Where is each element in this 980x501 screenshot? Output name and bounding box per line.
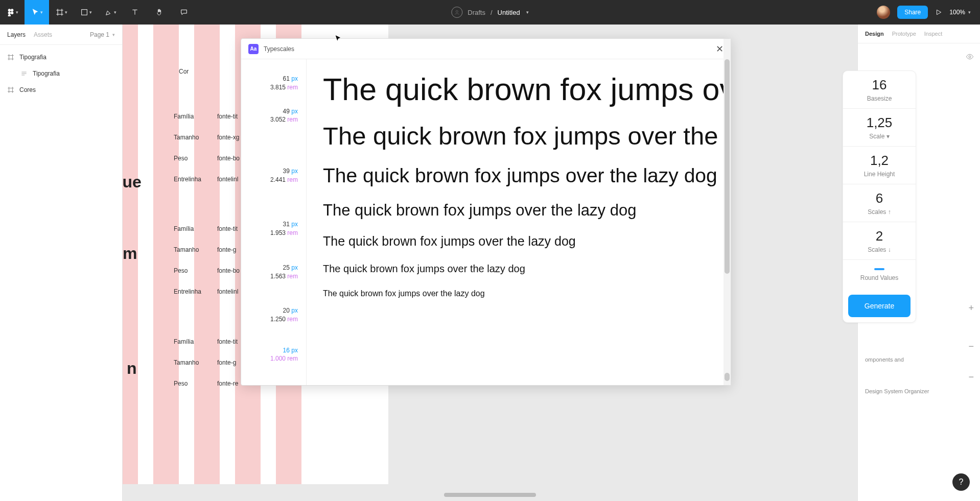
text-tool[interactable] bbox=[123, 0, 147, 25]
zoom-control[interactable]: 100% ▾ bbox=[949, 9, 971, 16]
svg-rect-5 bbox=[81, 10, 87, 15]
chevron-down-icon: ▾ bbox=[89, 10, 92, 15]
layer-frame-tipografia[interactable]: Tipografia bbox=[0, 49, 122, 65]
frame-icon bbox=[56, 8, 64, 16]
canvas-text: fonte-g bbox=[217, 359, 236, 366]
figma-menu[interactable]: ▾ bbox=[0, 0, 25, 25]
canvas-text: fonte-tit bbox=[217, 225, 238, 232]
plugin-header[interactable]: Aa Typescales ✕ bbox=[241, 39, 731, 59]
layers-panel: Layers Assets Page 1▾ Tipografia Tipogra… bbox=[0, 25, 123, 501]
setting-scales-down[interactable]: 2 Scales ↓ bbox=[843, 222, 916, 260]
add-section-icon[interactable]: + bbox=[968, 303, 974, 314]
generate-button[interactable]: Generate bbox=[848, 295, 911, 317]
toolbar-right: Share 100% ▾ bbox=[877, 6, 980, 19]
canvas-text: m bbox=[123, 244, 137, 263]
team-avatar-icon bbox=[451, 7, 462, 18]
sample-text: The quick brown fox jumps over the lazy … bbox=[323, 122, 714, 150]
frame-tool[interactable]: ▾ bbox=[49, 0, 74, 25]
left-panel-tabs: Layers Assets Page 1▾ bbox=[0, 25, 122, 45]
setting-scale[interactable]: 1,25 Scale ▾ bbox=[843, 109, 916, 147]
help-button[interactable]: ? bbox=[952, 473, 970, 491]
plugin-window: Aa Typescales ✕ 61 px3.815 rem49 px3.052… bbox=[241, 38, 731, 386]
cursor-icon bbox=[31, 8, 39, 16]
plugin-body: 61 px3.815 rem49 px3.052 rem39 px2.441 r… bbox=[241, 59, 731, 385]
sample-text: The quick brown fox jumps over the lazy … bbox=[323, 234, 714, 249]
scale-row[interactable]: 20 px1.250 rem bbox=[241, 306, 306, 324]
tab-inspect[interactable]: Inspect bbox=[924, 31, 942, 37]
shape-tool[interactable]: ▾ bbox=[74, 0, 98, 25]
plugin-logo-icon: Aa bbox=[248, 44, 259, 54]
scale-preview: The quick brown fox jumps over the lazy … bbox=[307, 59, 731, 385]
chevron-down-icon: ▾ bbox=[112, 32, 115, 37]
scrollbar-thumb[interactable] bbox=[725, 59, 730, 274]
plugin-title: Typescales bbox=[264, 45, 294, 53]
canvas-scrollbar[interactable] bbox=[444, 493, 536, 497]
canvas-text: Peso bbox=[174, 380, 188, 387]
figma-logo-icon bbox=[7, 8, 15, 16]
app-toolbar: ▾ ▾ ▾ ▾ ▾ Drafts / Untitled bbox=[0, 0, 980, 25]
setting-basesize[interactable]: 16 Basesize bbox=[843, 71, 916, 109]
setting-round-values[interactable]: Round Values bbox=[843, 260, 916, 290]
share-button[interactable]: Share bbox=[897, 6, 928, 19]
text-icon bbox=[131, 8, 139, 16]
canvas-text: n bbox=[127, 359, 137, 378]
scrollbar-thumb[interactable] bbox=[725, 373, 730, 381]
svg-point-4 bbox=[11, 12, 13, 14]
hand-icon bbox=[155, 8, 164, 16]
plugin-scrollbar[interactable] bbox=[724, 59, 731, 385]
canvas-text: Família bbox=[174, 338, 194, 345]
scale-row[interactable]: 39 px2.441 rem bbox=[241, 167, 306, 184]
svg-rect-9 bbox=[21, 75, 25, 75]
sample-text: The quick brown fox jumps over the lazy … bbox=[323, 289, 714, 298]
right-panel-tabs: Design Prototype Inspect bbox=[858, 25, 980, 43]
canvas-text: Tamanho bbox=[174, 359, 199, 366]
canvas-text: fontelinl bbox=[217, 176, 238, 183]
hand-tool[interactable] bbox=[147, 0, 172, 25]
move-tool[interactable]: ▾ bbox=[25, 0, 49, 25]
close-icon[interactable]: ✕ bbox=[716, 43, 724, 55]
visibility-icon[interactable] bbox=[966, 53, 974, 61]
chevron-down-icon: ▾ bbox=[40, 10, 43, 15]
svg-point-3 bbox=[8, 14, 10, 16]
scale-row[interactable]: 31 px1.953 rem bbox=[241, 220, 306, 237]
scale-row[interactable]: 25 px1.563 rem bbox=[241, 264, 306, 281]
present-icon[interactable] bbox=[935, 9, 942, 16]
chevron-down-icon[interactable]: ▾ bbox=[526, 10, 529, 15]
page-selector[interactable]: Page 1▾ bbox=[90, 31, 115, 38]
tab-prototype[interactable]: Prototype bbox=[892, 31, 916, 37]
tab-assets[interactable]: Assets bbox=[34, 31, 52, 38]
tab-layers[interactable]: Layers bbox=[7, 31, 26, 38]
setting-scales-up[interactable]: 6 Scales ↑ bbox=[843, 184, 916, 222]
canvas-text: Família bbox=[174, 225, 194, 232]
components-label: omponents and bbox=[865, 356, 973, 363]
svg-point-10 bbox=[969, 56, 971, 58]
setting-lineheight[interactable]: 1,2 Line Height bbox=[843, 147, 916, 184]
scale-row[interactable]: 16 px1.000 rem bbox=[241, 346, 306, 364]
svg-rect-8 bbox=[21, 73, 26, 74]
canvas-text: fonte-bo bbox=[217, 267, 240, 274]
canvas-text: Entrelinha bbox=[174, 288, 201, 295]
component-icon bbox=[20, 70, 28, 77]
chevron-down-icon: ▾ bbox=[114, 10, 116, 15]
user-avatar[interactable] bbox=[877, 6, 890, 19]
chevron-down-icon: ▾ bbox=[16, 10, 18, 15]
canvas-text: fonte-g bbox=[217, 246, 236, 253]
chevron-down-icon: ▾ bbox=[968, 10, 971, 15]
remove-section-icon[interactable]: − bbox=[968, 341, 974, 352]
file-location[interactable]: Drafts / Untitled ▾ bbox=[451, 7, 528, 18]
grid-column bbox=[153, 25, 179, 484]
remove-section-icon[interactable]: − bbox=[968, 372, 974, 383]
svg-point-1 bbox=[11, 9, 13, 11]
canvas-text: Peso bbox=[174, 155, 188, 162]
svg-point-0 bbox=[8, 9, 10, 11]
layer-frame-cores[interactable]: Cores bbox=[0, 82, 122, 98]
scale-row[interactable]: 49 px3.052 rem bbox=[241, 107, 306, 125]
comment-tool[interactable] bbox=[172, 0, 196, 25]
layer-child-tipografia[interactable]: Tipografia bbox=[0, 65, 122, 82]
canvas-text: Tamanho bbox=[174, 134, 199, 141]
file-name[interactable]: Untitled bbox=[498, 9, 520, 16]
tab-design[interactable]: Design bbox=[865, 31, 884, 37]
zoom-value: 100% bbox=[949, 9, 965, 16]
scale-row[interactable]: 61 px3.815 rem bbox=[241, 75, 306, 92]
pen-tool[interactable]: ▾ bbox=[98, 0, 123, 25]
